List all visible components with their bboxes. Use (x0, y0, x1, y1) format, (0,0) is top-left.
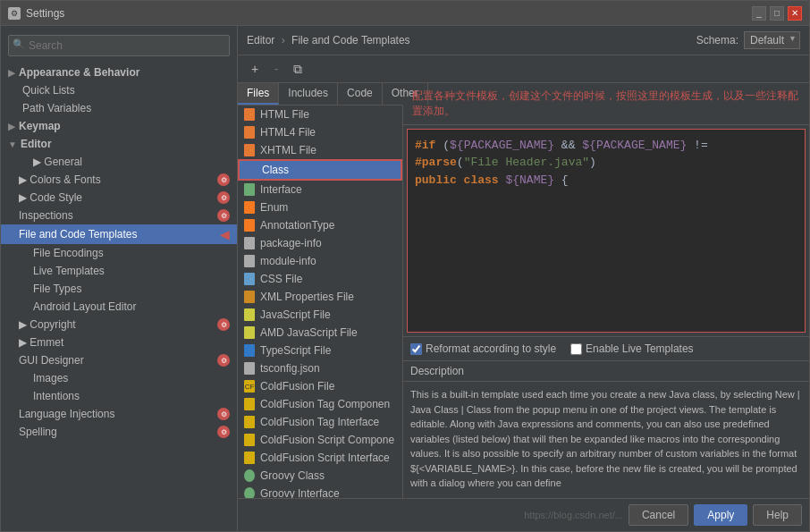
sidebar-item-inspections[interactable]: Inspections ⚙ (1, 207, 237, 224)
file-cf-icon: CF (243, 380, 256, 393)
sidebar-item-language-injections[interactable]: Language Injections ⚙ (1, 405, 237, 423)
list-item[interactable]: HTML File (238, 106, 402, 123)
apply-button[interactable]: Apply (694, 504, 747, 526)
live-templates-checkbox-label[interactable]: Enable Live Templates (570, 342, 694, 355)
live-templates-checkbox[interactable] (570, 343, 582, 355)
list-item[interactable]: CSS File (238, 270, 402, 288)
list-item[interactable]: package-info (238, 234, 402, 252)
schema-dropdown-wrapper[interactable]: Default Project (744, 31, 800, 49)
spelling-indicator: ⚙ (217, 426, 230, 438)
list-item[interactable]: Groovy Class (238, 467, 402, 485)
sidebar-item-quick-lists[interactable]: Quick Lists (1, 81, 237, 99)
toolbar: + - ⧉ (238, 55, 809, 83)
sidebar-item-appearance-behavior[interactable]: ▶ Appearance & Behavior (1, 63, 237, 81)
file-js-icon (243, 308, 256, 321)
close-button[interactable]: ✕ (788, 6, 802, 21)
breadcrumb: Editor › File and Code Templates (247, 34, 410, 46)
copyright-indicator: ⚙ (217, 318, 230, 331)
sidebar-item-live-templates[interactable]: Live Templates (1, 262, 237, 280)
file-xhtml-icon (243, 144, 256, 156)
sidebar-keymap-label: Keymap (19, 120, 61, 132)
gui-designer-indicator: ⚙ (217, 354, 230, 367)
description-text: This is a built-in template used each ti… (403, 382, 809, 498)
chevron-down-icon-editor: ▼ (8, 139, 17, 149)
sidebar-item-editor[interactable]: ▼ Editor (1, 135, 237, 153)
sidebar-item-copyright[interactable]: ▶ Copyright ⚙ (1, 316, 237, 334)
minimize-button[interactable]: _ (752, 6, 766, 21)
cancel-button[interactable]: Cancel (629, 504, 688, 526)
list-item[interactable]: ColdFusion Tag Componen (238, 395, 402, 413)
list-item[interactable]: Enum (238, 198, 402, 216)
list-item[interactable]: XML Properties File (238, 288, 402, 306)
sidebar-item-intentions[interactable]: Intentions (1, 387, 237, 405)
file-groovy2-icon (243, 487, 256, 498)
list-item[interactable]: tsconfig.json (238, 359, 402, 377)
chevron-right-icon-keymap: ▶ (8, 122, 15, 131)
list-item[interactable]: Interface (238, 181, 402, 198)
add-template-button[interactable]: + (245, 59, 265, 79)
list-item[interactable]: ColdFusion Script Interface (238, 449, 402, 467)
code-editor[interactable]: #if (${PACKAGE_NAME} && ${PACKAGE_NAME} … (407, 129, 806, 333)
title-bar: ⚙ Settings _ □ ✕ (1, 1, 809, 26)
sidebar-item-gui-designer[interactable]: GUI Designer ⚙ (1, 351, 237, 369)
watermark: https://blog.csdn.net/... (524, 510, 623, 520)
file-cf4-icon (243, 434, 256, 446)
sidebar-item-code-style[interactable]: ▶ Code Style ⚙ (1, 189, 237, 207)
sidebar-item-file-code-templates[interactable]: File and Code Templates ◀ (1, 224, 237, 244)
window-title: Settings (26, 7, 64, 20)
schema-dropdown[interactable]: Default Project (744, 31, 800, 49)
sidebar-item-colors-fonts[interactable]: ▶ Colors & Fonts ⚙ (1, 171, 237, 189)
search-input[interactable] (8, 35, 230, 56)
file-class-icon (245, 164, 257, 176)
sidebar-item-file-types[interactable]: File Types (1, 280, 237, 298)
title-bar-left: ⚙ Settings (8, 7, 64, 20)
reformat-checkbox-label[interactable]: Reformat according to style (410, 342, 556, 355)
sidebar-item-general[interactable]: ▶ General (1, 153, 237, 171)
list-item[interactable]: JavaScript File (238, 306, 402, 324)
content-area: Files Includes Code Other HTML File HTML… (238, 83, 809, 498)
sidebar-item-path-variables[interactable]: Path Variables (1, 99, 237, 117)
sidebar-item-file-encodings[interactable]: File Encodings (1, 244, 237, 262)
list-item[interactable]: XHTML File (238, 141, 402, 159)
sidebar-item-images[interactable]: Images (1, 369, 237, 387)
file-html-icon (243, 108, 256, 121)
list-item[interactable]: Groovy Interface (238, 485, 402, 498)
file-interface-icon (243, 183, 256, 196)
list-item[interactable]: AMD JavaScript File (238, 324, 402, 342)
maximize-button[interactable]: □ (770, 6, 784, 21)
sidebar-item-android-layout-editor[interactable]: Android Layout Editor (1, 298, 237, 316)
tab-includes[interactable]: Includes (279, 83, 338, 105)
sidebar-item-spelling[interactable]: Spelling ⚙ (1, 423, 237, 441)
list-item[interactable]: ColdFusion Script Compone (238, 431, 402, 449)
tab-files[interactable]: Files (238, 83, 279, 105)
search-box[interactable] (8, 35, 230, 56)
sidebar-item-emmet[interactable]: ▶ Emmet (1, 334, 237, 351)
file-css-icon (243, 273, 256, 285)
code-line-4 (415, 189, 797, 207)
bottom-options: Reformat according to style Enable Live … (403, 336, 809, 360)
list-item[interactable]: CF ColdFusion File (238, 377, 402, 395)
chevron-right-icon: ▶ (8, 68, 15, 78)
reformat-checkbox[interactable] (410, 343, 422, 355)
list-item-class[interactable]: Class (238, 159, 402, 181)
lang-inject-indicator: ⚙ (217, 408, 230, 420)
file-html4-icon (243, 126, 256, 139)
list-item[interactable]: HTML4 File (238, 123, 402, 141)
app-icon: ⚙ (8, 7, 21, 20)
help-button[interactable]: Help (753, 504, 802, 526)
title-controls[interactable]: _ □ ✕ (752, 6, 802, 21)
copy-template-button[interactable]: ⧉ (288, 59, 308, 79)
settings-window: ⚙ Settings _ □ ✕ ▶ Appearance & Behavior… (0, 0, 810, 532)
breadcrumb-separator: › (282, 34, 288, 46)
file-cf2-icon (243, 398, 256, 410)
code-line-3: public class ${NAME} { (415, 172, 797, 190)
tab-code[interactable]: Code (338, 83, 383, 105)
list-item[interactable]: ColdFusion Tag Interface (238, 413, 402, 431)
code-line-1: #if (${PACKAGE_NAME} && ${PACKAGE_NAME} … (415, 137, 797, 155)
list-item[interactable]: TypeScript File (238, 342, 402, 359)
list-item[interactable]: module-info (238, 252, 402, 270)
remove-template-button[interactable]: - (266, 59, 286, 79)
right-panel: Editor › File and Code Templates Schema:… (238, 26, 809, 531)
sidebar-item-keymap[interactable]: ▶ Keymap (1, 117, 237, 135)
list-item[interactable]: AnnotationType (238, 216, 402, 234)
